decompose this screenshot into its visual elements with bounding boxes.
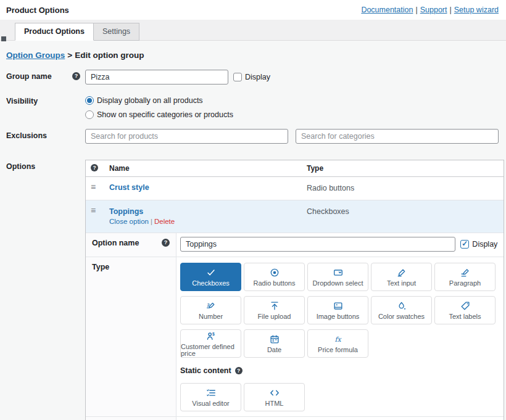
type-tile-number[interactable]: 2 Number — [180, 296, 241, 324]
option-display-checkbox-row[interactable]: Display — [460, 240, 497, 249]
type-tile-paragraph[interactable]: Paragraph — [434, 263, 496, 291]
tab-product-options[interactable]: Product Options — [15, 23, 94, 41]
type-editor-row: Type Checkboxes Radio buttons — [86, 257, 504, 417]
help-icon[interactable]: ? — [91, 164, 98, 171]
link-separator: | — [415, 6, 417, 14]
option-display-label: Display — [472, 240, 497, 249]
page-title: Product Options — [6, 6, 69, 15]
option-name-editor-row: Option name ? Display — [86, 233, 504, 257]
formula-icon: fx — [333, 334, 344, 345]
close-option-link[interactable]: Close option — [109, 218, 149, 225]
visibility-row: Visibility Display globally on all produ… — [6, 94, 499, 119]
options-table-header: ? Name Type — [86, 160, 504, 177]
check-icon — [205, 267, 217, 278]
option-name-input[interactable] — [180, 237, 455, 252]
type-tile-visual-editor[interactable]: Visual editor — [180, 383, 241, 411]
radio-unselected-icon[interactable] — [85, 110, 94, 119]
svg-text:$: $ — [212, 332, 215, 337]
type-tile-checkboxes[interactable]: Checkboxes — [180, 263, 241, 291]
collapsed-menu-fragment — [1, 36, 6, 41]
visibility-label: Visibility — [6, 97, 38, 105]
checkbox-checked-icon[interactable] — [460, 240, 469, 249]
exclusions-label: Exclusions — [6, 131, 47, 140]
svg-text:fx: fx — [334, 336, 342, 344]
option-type-value: Radio buttons — [307, 183, 499, 192]
type-tile-html[interactable]: HTML — [244, 383, 305, 411]
upload-icon — [269, 300, 280, 311]
pencil-lines-icon — [460, 267, 471, 278]
type-tile-color-swatches[interactable]: Color swatches — [371, 296, 432, 324]
delete-option-link[interactable]: Delete — [154, 218, 175, 225]
type-tile-text-labels[interactable]: Text labels — [434, 296, 496, 324]
option-name-link[interactable]: Crust style — [109, 183, 307, 192]
breadcrumb-separator: > — [67, 51, 72, 60]
option-name-label: Option name — [92, 239, 139, 247]
setup-wizard-link[interactable]: Setup wizard — [454, 6, 499, 14]
option-groups-link[interactable]: Option Groups — [6, 51, 65, 60]
code-icon — [269, 387, 280, 398]
type-picker: Checkboxes Radio buttons Dropdown select — [180, 261, 497, 358]
link-separator: | — [449, 6, 451, 14]
tab-settings[interactable]: Settings — [94, 23, 139, 41]
dropdown-icon — [333, 267, 344, 278]
option-name-link[interactable]: Toppings — [109, 207, 143, 216]
paint-drop-icon — [396, 300, 407, 311]
static-content-picker: Visual editor HTML — [180, 381, 497, 411]
type-tile-customer-defined-price[interactable]: $ Customer defined price — [180, 329, 241, 358]
radio-selected-icon[interactable] — [85, 96, 94, 105]
choices-editor-row: Choices ? Label? Price Type Pricing Sele… — [86, 417, 504, 420]
drag-handle-icon[interactable]: ≡ — [91, 207, 109, 214]
help-icon[interactable]: ? — [235, 367, 243, 374]
pencil-icon — [396, 267, 407, 278]
type-tile-dropdown-select[interactable]: Dropdown select — [307, 263, 368, 291]
visibility-global-radio[interactable]: Display globally on all products — [85, 96, 499, 105]
breadcrumb: Option Groups>Edit option group — [6, 51, 499, 60]
group-name-input[interactable] — [85, 70, 228, 84]
main-content: Option Groups>Edit option group Group na… — [0, 41, 506, 420]
options-row: Options ? Name Type ≡ Crust style Radio … — [6, 160, 499, 420]
option-row-toppings[interactable]: ≡ Toppings Close option|Delete Checkboxe… — [86, 200, 504, 233]
visibility-specific-label: Show on specific categories or products — [97, 110, 233, 119]
drag-handle-icon[interactable]: ≡ — [91, 183, 109, 191]
checkbox-unchecked-icon[interactable] — [233, 73, 242, 81]
type-tile-file-upload[interactable]: File upload — [244, 296, 305, 324]
option-row-crust-style[interactable]: ≡ Crust style Radio buttons — [86, 177, 504, 200]
type-tile-price-formula[interactable]: fx Price formula — [307, 329, 368, 358]
option-type-value: Checkboxes — [307, 207, 499, 216]
options-label: Options — [6, 162, 35, 171]
visual-editor-icon — [205, 387, 217, 398]
group-display-label: Display — [245, 73, 270, 81]
documentation-link[interactable]: Documentation — [361, 6, 413, 14]
person-dollar-icon: $ — [205, 331, 217, 342]
type-label: Type — [92, 263, 109, 271]
type-tile-radio-buttons[interactable]: Radio buttons — [244, 263, 305, 291]
name-column-header: Name — [109, 164, 307, 173]
support-link[interactable]: Support — [420, 6, 447, 14]
type-tile-image-buttons[interactable]: Image buttons — [307, 296, 368, 324]
help-icon[interactable]: ? — [162, 239, 170, 247]
action-separator: | — [151, 218, 152, 225]
help-icon[interactable]: ? — [72, 72, 80, 80]
group-display-checkbox-row[interactable]: Display — [233, 73, 270, 81]
radio-icon — [269, 267, 280, 278]
calendar-icon — [269, 334, 280, 345]
admin-top-bar: Product Options Documentation|Support|Se… — [0, 0, 506, 20]
exclusions-row: Exclusions — [6, 129, 499, 144]
group-name-label: Group name — [6, 72, 52, 81]
number-pencil-icon: 2 — [205, 300, 217, 311]
exclude-products-input[interactable] — [85, 129, 288, 144]
visibility-global-label: Display globally on all products — [97, 96, 203, 105]
static-content-label-row: Static content ? — [180, 366, 497, 375]
tab-bar: Product Options Settings — [0, 20, 506, 41]
static-content-label: Static content — [180, 366, 231, 375]
type-tile-text-input[interactable]: Text input — [371, 263, 432, 291]
image-icon — [333, 300, 344, 311]
visibility-specific-radio[interactable]: Show on specific categories or products — [85, 110, 499, 119]
header-links: Documentation|Support|Setup wizard — [361, 6, 499, 14]
options-table: ? Name Type ≡ Crust style Radio buttons … — [85, 160, 504, 420]
type-column-header: Type — [307, 164, 499, 173]
breadcrumb-current: Edit option group — [75, 51, 144, 60]
type-tile-date[interactable]: Date — [244, 329, 305, 358]
exclude-categories-input[interactable] — [296, 129, 499, 144]
group-name-row: Group name ? Display — [6, 70, 499, 84]
